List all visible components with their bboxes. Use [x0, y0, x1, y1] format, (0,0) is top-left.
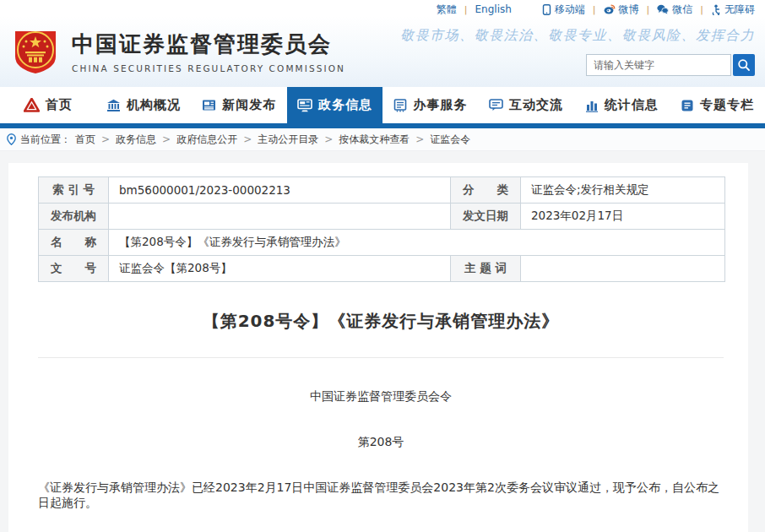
breadcrumb-item-home[interactable]: 首页	[75, 133, 95, 147]
site-search	[586, 54, 755, 76]
table-row: 名 称 【第208号令】《证券发行与承销管理办法》	[39, 230, 725, 256]
monitor-icon	[297, 99, 312, 112]
nav-label: 首页	[46, 97, 73, 113]
doc-number-label: 文 号	[39, 256, 109, 282]
decree-number-line: 第208号	[38, 434, 724, 449]
mobile-icon	[542, 4, 551, 15]
issue-date-label: 发文日期	[451, 204, 521, 230]
breadcrumb-item-government-info[interactable]: 政务信息	[116, 133, 156, 147]
nav-item-home[interactable]: 首页	[0, 87, 95, 123]
search-button[interactable]	[733, 54, 755, 76]
nav-label: 办事服务	[413, 97, 467, 113]
nav-item-topics[interactable]: 专题专栏	[670, 87, 765, 123]
breadcrumb-prefix: 当前位置：	[20, 133, 71, 147]
bank-icon	[106, 99, 121, 112]
nav-item-interaction[interactable]: 互动交流	[478, 87, 573, 123]
page-title: 【第208号令】《证券发行与承销管理办法》	[38, 310, 724, 333]
index-number-value: bm56000001/2023-00002213	[109, 177, 451, 204]
breadcrumb-item-by-doc-type[interactable]: 按体裁文种查看	[339, 133, 410, 147]
separator: |	[647, 4, 650, 15]
breadcrumb-item-active-catalog[interactable]: 主动公开目录	[258, 133, 318, 147]
weibo-link[interactable]: 微博	[604, 3, 639, 17]
weibo-icon	[604, 4, 616, 14]
slogan-text: 敬畏市场、敬畏法治、敬畏专业、敬畏风险、发挥合力	[400, 27, 755, 45]
nav-label: 专题专栏	[700, 97, 754, 113]
site-header: 中国证券监督管理委员会 CHINA SECURITIES REGULATORY …	[0, 16, 765, 87]
mobile-site-link[interactable]: 移动端	[542, 3, 585, 17]
topics-icon	[681, 99, 694, 112]
category-label: 分 类	[451, 177, 521, 204]
top-utility-bar: 繁體 | English 移动端 | 微博 | 微信 | 无障碍	[0, 0, 765, 16]
location-pin-icon	[7, 133, 16, 145]
lang-english-link[interactable]: English	[475, 3, 512, 15]
bar-chart-icon	[585, 99, 599, 112]
org-name-en: CHINA SECURITIES REGULATORY COMMISSION	[72, 63, 345, 73]
newspaper-icon	[202, 99, 216, 111]
index-number-label: 索 引 号	[39, 177, 109, 204]
search-icon	[737, 58, 751, 72]
doc-name-value: 【第208号令】《证券发行与承销管理办法》	[109, 230, 725, 256]
nav-label: 互动交流	[509, 97, 563, 113]
table-row: 发布机构 发文日期 2023年02月17日	[39, 204, 725, 230]
decree-body-paragraph: 《证券发行与承销管理办法》已经2023年2月17日中国证券监督管理委员会2023…	[38, 480, 724, 510]
accessibility-icon	[711, 4, 721, 15]
breadcrumb: 当前位置： 首页 > 政务信息 > 政府信息公开 > 主动公开目录 > 按体裁文…	[0, 128, 765, 151]
decree-org-line: 中国证券监督管理委员会令	[38, 388, 724, 404]
separator: |	[700, 4, 703, 15]
issue-date-value: 2023年02月17日	[521, 204, 725, 230]
site-brand[interactable]: 中国证券监督管理委员会 CHINA SECURITIES REGULATORY …	[10, 26, 345, 77]
category-value: 证监会令;发行相关规定	[521, 177, 725, 204]
nav-item-services[interactable]: 办事服务	[382, 87, 478, 123]
keywords-value	[521, 256, 725, 282]
nav-label: 新闻发布	[222, 97, 276, 113]
table-row: 文 号 证监会令【第208号】 主 题 词	[39, 256, 725, 282]
csrc-logo-icon	[24, 98, 40, 112]
doc-name-label: 名 称	[39, 230, 109, 256]
service-list-icon	[393, 99, 407, 112]
wechat-icon	[657, 4, 669, 14]
separator: |	[593, 4, 596, 15]
breadcrumb-item-info-disclosure[interactable]: 政府信息公开	[176, 133, 237, 147]
nav-label: 政务信息	[318, 97, 372, 113]
breadcrumb-item-csrc-decree[interactable]: 证监会令	[430, 133, 470, 147]
org-name-cn: 中国证券监督管理委员会	[72, 30, 345, 59]
issuer-label: 发布机构	[39, 204, 109, 230]
table-row: 索 引 号 bm56000001/2023-00002213 分 类 证监会令;…	[39, 177, 725, 204]
document-card: 索 引 号 bm56000001/2023-00002213 分 类 证监会令;…	[8, 163, 748, 532]
search-input[interactable]	[586, 54, 731, 76]
national-emblem-logo	[10, 26, 61, 77]
nav-label: 机构概况	[127, 97, 181, 113]
article-body: 中国证券监督管理委员会令 第208号 《证券发行与承销管理办法》已经2023年2…	[38, 388, 724, 532]
chat-icon	[489, 99, 503, 111]
title-divider	[38, 357, 724, 358]
nav-item-statistics[interactable]: 统计信息	[574, 87, 670, 123]
wechat-link[interactable]: 微信	[657, 3, 692, 17]
separator: |	[464, 4, 468, 15]
nav-item-about[interactable]: 机构概况	[95, 87, 191, 123]
lang-traditional-link[interactable]: 繁體	[437, 3, 457, 17]
doc-number-value: 证监会令【第208号】	[109, 256, 451, 282]
issuer-value	[109, 204, 451, 230]
accessibility-link[interactable]: 无障碍	[711, 3, 755, 17]
nav-item-news[interactable]: 新闻发布	[192, 87, 287, 123]
nav-item-government-info[interactable]: 政务信息	[287, 87, 382, 123]
nav-label: 统计信息	[605, 97, 659, 113]
main-nav: 首页 机构概况 新闻发布 政务信息 办事服务 互动交流 统计信息	[0, 87, 765, 123]
document-meta-table: 索 引 号 bm56000001/2023-00002213 分 类 证监会令;…	[38, 176, 725, 282]
keywords-label: 主 题 词	[451, 256, 521, 282]
